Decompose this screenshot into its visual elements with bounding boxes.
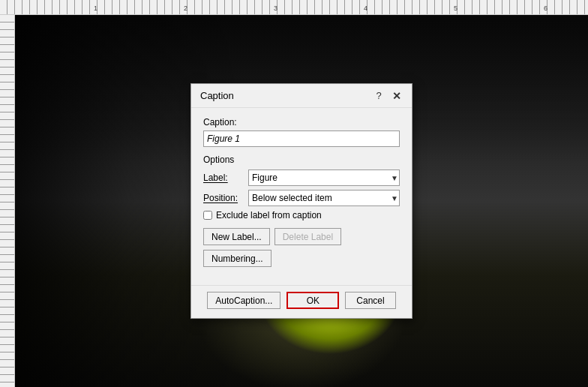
position-select-wrapper: Below selected item Above selected item … — [248, 190, 400, 206]
checkbox-row: Exclude label from caption — [203, 210, 400, 220]
content-area: Caption ? ✕ Caption: Options Label: — [15, 15, 588, 387]
caption-dialog: Caption ? ✕ Caption: Options Label: — [190, 83, 412, 319]
ruler-mark-6: 6 — [544, 4, 548, 12]
exclude-label-checkbox[interactable] — [203, 211, 212, 220]
background: 1 2 3 4 5 6 Caption ? ✕ — [0, 0, 588, 387]
caption-input[interactable] — [203, 130, 400, 147]
ruler-mark-3: 3 — [274, 4, 278, 12]
position-select[interactable]: Below selected item Above selected item — [248, 190, 400, 206]
ruler-mark-1: 1 — [94, 4, 98, 12]
numbering-button[interactable]: Numbering... — [203, 250, 272, 267]
ruler-mark-5: 5 — [454, 4, 458, 12]
cancel-button[interactable]: Cancel — [345, 292, 395, 309]
label-select-wrapper: Figure Table Equation ▼ — [248, 170, 400, 186]
autocaption-button[interactable]: AutoCaption... — [207, 292, 280, 309]
dialog-controls: ? ✕ — [373, 90, 403, 102]
ruler-left — [0, 15, 15, 387]
dialog-footer: AutoCaption... OK Cancel — [191, 285, 412, 318]
label-row: Label: Figure Table Equation ▼ — [203, 170, 400, 186]
delete-label-button[interactable]: Delete Label — [274, 228, 341, 245]
new-label-button[interactable]: New Label... — [203, 228, 270, 245]
help-icon[interactable]: ? — [373, 90, 385, 101]
dialog-title: Caption — [200, 90, 234, 101]
label-field-label: Label: — [203, 172, 244, 183]
ruler-mark-2: 2 — [184, 4, 188, 12]
checkbox-label: Exclude label from caption — [216, 210, 322, 220]
ruler-top: 1 2 3 4 5 6 — [0, 0, 588, 15]
label-select[interactable]: Figure Table Equation — [248, 170, 400, 186]
close-icon[interactable]: ✕ — [391, 90, 403, 102]
button-row-1: New Label... Delete Label Numbering... — [203, 228, 400, 267]
ok-button[interactable]: OK — [286, 292, 339, 309]
caption-label: Caption: — [203, 117, 400, 128]
ruler-mark-4: 4 — [364, 4, 368, 12]
dialog-titlebar: Caption ? ✕ — [191, 84, 412, 108]
position-field-label: Position: — [203, 193, 244, 203]
dialog-body: Caption: Options Label: Figure Table Equ… — [191, 108, 412, 285]
position-row: Position: Below selected item Above sele… — [203, 190, 400, 206]
options-label: Options — [203, 154, 400, 165]
dialog-overlay: Caption ? ✕ Caption: Options Label: — [15, 15, 588, 387]
